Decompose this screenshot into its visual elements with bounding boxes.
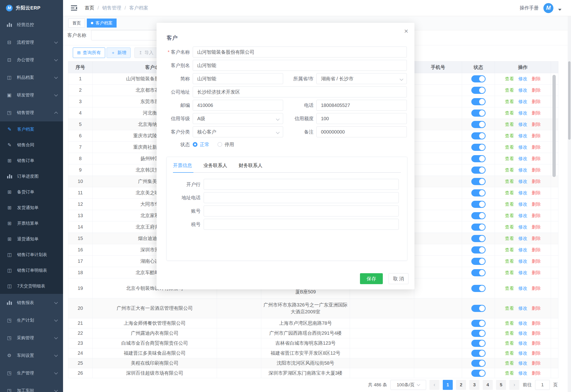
delete-link[interactable]: 删除 [532, 224, 541, 229]
edit-link[interactable]: 修改 [518, 259, 527, 264]
radio-disabled[interactable]: 停用 [217, 141, 234, 148]
radio-normal[interactable]: 正常 [193, 141, 209, 148]
view-link[interactable]: 查看 [505, 88, 514, 93]
view-link[interactable]: 查看 [505, 179, 514, 184]
edit-link[interactable]: 修改 [518, 321, 527, 326]
edit-link[interactable]: 修改 [518, 99, 527, 104]
edit-link[interactable]: 修改 [518, 168, 527, 172]
sidebar-item-6[interactable]: ✎客户档案 [0, 121, 63, 137]
view-link[interactable]: 查看 [505, 76, 514, 81]
edit-link[interactable]: 修改 [518, 361, 527, 366]
delete-link[interactable]: 删除 [532, 351, 541, 356]
view-link[interactable]: 查看 [505, 247, 514, 252]
delete-link[interactable]: 删除 [532, 213, 541, 218]
view-link[interactable]: 查看 [505, 224, 514, 229]
sidebar-item-0[interactable]: 经营总控 [0, 16, 63, 33]
avatar[interactable]: M [543, 3, 553, 13]
page-size-select[interactable]: 100条/页 [391, 380, 426, 390]
import-button[interactable]: ↥ 导入 [135, 47, 158, 58]
status-toggle[interactable] [471, 305, 486, 312]
status-toggle[interactable] [471, 360, 486, 367]
view-link[interactable]: 查看 [505, 270, 514, 275]
sidebar-item-12[interactable]: ⊞开票结算单 [0, 215, 63, 231]
delete-link[interactable]: 删除 [532, 306, 541, 311]
view-link[interactable]: 查看 [505, 236, 514, 241]
delete-link[interactable]: 删除 [532, 236, 541, 241]
sidebar-item-7[interactable]: ✎销售合同 [0, 137, 63, 153]
status-toggle[interactable] [471, 330, 486, 337]
sidebar-item-15[interactable]: ◫销售订单明细表 [0, 263, 63, 278]
account-field[interactable] [204, 206, 399, 216]
status-toggle[interactable] [471, 235, 486, 242]
view-link[interactable]: 查看 [505, 361, 514, 366]
status-toggle[interactable] [471, 155, 486, 162]
view-link[interactable]: 查看 [505, 156, 514, 161]
edit-link[interactable]: 修改 [518, 213, 527, 218]
province-select[interactable]: 湖南省 / 长沙市 [316, 73, 407, 84]
page-button-3[interactable]: 3 [469, 380, 480, 390]
view-link[interactable]: 查看 [505, 341, 514, 346]
edit-link[interactable]: 修改 [518, 76, 527, 81]
view-link[interactable]: 查看 [505, 202, 514, 207]
view-link[interactable]: 查看 [505, 351, 514, 356]
view-link[interactable]: 查看 [505, 168, 514, 172]
status-toggle[interactable] [471, 201, 486, 208]
delete-link[interactable]: 删除 [532, 286, 541, 291]
short-name-field[interactable] [193, 73, 283, 84]
status-toggle[interactable] [471, 258, 486, 265]
delete-link[interactable]: 删除 [532, 76, 541, 81]
status-toggle[interactable] [471, 340, 486, 347]
tab-active[interactable]: 客户档案 [87, 18, 117, 28]
remark-field[interactable] [316, 126, 407, 137]
save-button[interactable]: 保存 [360, 273, 383, 284]
view-link[interactable]: 查看 [505, 145, 514, 150]
goto-page-input[interactable] [535, 380, 550, 390]
delete-link[interactable]: 删除 [532, 321, 541, 326]
delete-link[interactable]: 删除 [532, 270, 541, 275]
page-button-2[interactable]: 2 [456, 380, 466, 390]
delete-link[interactable]: 删除 [532, 361, 541, 366]
page-button-5[interactable]: 5 [496, 380, 506, 390]
company-address-field[interactable] [193, 86, 407, 98]
sidebar-item-2[interactable]: ⊡办公管理 [0, 51, 63, 69]
edit-link[interactable]: 修改 [518, 306, 527, 311]
next-page-button[interactable]: › [509, 380, 519, 390]
edit-link[interactable]: 修改 [518, 202, 527, 207]
view-link[interactable]: 查看 [505, 190, 514, 195]
sidebar-item-19[interactable]: ◳采购管理 [0, 329, 63, 347]
sidebar-item-22[interactable]: ◳加工车间 [0, 382, 63, 392]
view-link[interactable]: 查看 [505, 122, 514, 127]
delete-link[interactable]: 删除 [532, 190, 541, 195]
status-toggle[interactable] [471, 75, 486, 83]
delete-link[interactable]: 删除 [532, 331, 541, 336]
delete-link[interactable]: 删除 [532, 122, 541, 127]
edit-link[interactable]: 修改 [518, 88, 527, 93]
view-link[interactable]: 查看 [505, 286, 514, 291]
delete-link[interactable]: 删除 [532, 247, 541, 252]
table-scrollbar-thumb[interactable] [553, 75, 556, 177]
status-toggle[interactable] [471, 110, 486, 117]
tab-business-contact[interactable]: 业务联系人 [203, 162, 227, 169]
status-toggle[interactable] [471, 285, 486, 292]
status-toggle[interactable] [471, 178, 486, 185]
delete-link[interactable]: 删除 [532, 99, 541, 104]
status-toggle[interactable] [471, 224, 486, 231]
delete-link[interactable]: 删除 [532, 341, 541, 346]
status-toggle[interactable] [471, 189, 486, 196]
edit-link[interactable]: 修改 [518, 133, 527, 138]
delete-link[interactable]: 删除 [532, 371, 541, 376]
sidebar-item-1[interactable]: ⊟流程管理 [0, 33, 63, 51]
sidebar-item-14[interactable]: ◫销售订单计划表 [0, 247, 63, 263]
view-link[interactable]: 查看 [505, 306, 514, 311]
view-link[interactable]: 查看 [505, 111, 514, 115]
status-toggle[interactable] [471, 98, 486, 105]
tax-no-field[interactable] [204, 219, 399, 230]
edit-link[interactable]: 修改 [518, 341, 527, 346]
credit-limit-field[interactable] [316, 113, 407, 124]
delete-link[interactable]: 删除 [532, 202, 541, 207]
edit-link[interactable]: 修改 [518, 236, 527, 241]
status-toggle[interactable] [471, 370, 486, 377]
view-link[interactable]: 查看 [505, 371, 514, 376]
edit-link[interactable]: 修改 [518, 111, 527, 115]
sidebar-item-10[interactable]: ⊞备货订单 [0, 184, 63, 200]
